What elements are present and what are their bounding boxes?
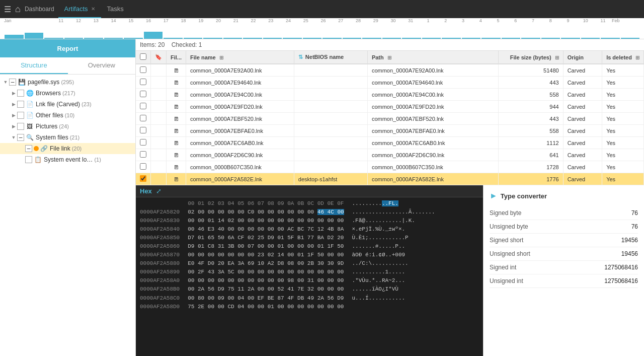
row-checkbox-9[interactable] [140, 175, 146, 182]
home-icon[interactable]: ⌂ [15, 4, 21, 15]
hex-tab[interactable]: Hex [140, 187, 152, 195]
sidebar-tab-structure[interactable]: Structure [0, 57, 68, 74]
row-checkbox-8[interactable] [140, 163, 146, 170]
row-checkbox-cell[interactable] [136, 137, 151, 149]
row-origin: Carved [563, 113, 602, 125]
row-checkbox-cell[interactable] [136, 89, 151, 101]
hex-content[interactable]: 0000AF2A58200000AF2A58300000AF2A58400000… [136, 197, 483, 356]
table-row[interactable]: 🖹 common_0000A7EC6AB0.lnk common_0000A7E… [136, 137, 644, 149]
row-netbios [294, 77, 367, 89]
content-area: Items: 20 Checked: 1 🔖 Fil... File name … [136, 39, 644, 356]
expand-arrow-systemfiles[interactable]: ▼ [10, 135, 17, 140]
file-table-container[interactable]: 🔖 Fil... File name ⊞ ⇅ NetBIOS name Path… [136, 51, 644, 185]
table-row[interactable]: 🖹 common_0000A7EBF520.lnk common_0000A7E… [136, 113, 644, 125]
row-bookmark-cell[interactable] [151, 77, 167, 89]
checkbox-systemevent[interactable] [25, 156, 32, 163]
file-icon: 🖹 [174, 116, 179, 122]
row-checkbox-cell[interactable] [136, 125, 151, 137]
checkbox-browsers[interactable] [17, 90, 24, 97]
checkbox-pictures[interactable] [17, 123, 24, 130]
checkbox-filelink[interactable]: – [25, 145, 32, 152]
select-all-checkbox[interactable] [140, 53, 146, 60]
row-bookmark-cell[interactable] [151, 161, 167, 173]
table-row[interactable]: 🖹 common_0000A7E94C00.lnk common_0000A7E… [136, 89, 644, 101]
row-bookmark-cell[interactable] [151, 64, 167, 77]
tab-artifacts[interactable]: Artifacts ✕ [58, 0, 101, 18]
row-checkbox-2[interactable] [140, 91, 146, 97]
expand-arrow-pictures[interactable]: ▶ [10, 124, 17, 129]
type-label: Unsigned short [490, 250, 530, 257]
hex-bytes-row: 00 2A 56 D9 75 11 2A 00 00 52 41 7E 32 0… [188, 285, 352, 294]
row-path: common_0000A7E94640.lnk [367, 77, 498, 89]
row-checkbox-4[interactable] [140, 115, 146, 121]
col-header-bookmark: 🔖 [151, 51, 167, 64]
tree-item-otherfiles[interactable]: ▶📄Other files(10) [0, 110, 135, 121]
table-row[interactable]: 🖹 common_0000AF2A582E.lnk desktop-s1ahfs… [136, 173, 644, 185]
table-row[interactable]: 🖹 common_0000A7E9FD20.lnk common_0000A7E… [136, 101, 644, 113]
hex-byte: 00 [237, 209, 248, 215]
row-checkbox-cell[interactable] [136, 173, 151, 185]
table-row[interactable]: 🖹 common_0000A7EBFAE0.lnk common_0000A7E… [136, 125, 644, 137]
row-netbios [294, 137, 367, 149]
filename-filter-icon[interactable]: ⊞ [219, 55, 223, 60]
expand-arrow-browsers[interactable]: ▶ [10, 91, 17, 96]
hex-byte: 00 [258, 209, 268, 215]
hex-byte: 00 [227, 209, 237, 215]
checkbox-systemfiles[interactable]: – [17, 134, 24, 141]
sidebar-tab-overview[interactable]: Overview [68, 57, 136, 74]
tree-item-systemevent[interactable]: 📋System event lo…(1) [0, 154, 135, 165]
row-checkbox-cell[interactable] [136, 101, 151, 113]
tab-tasks[interactable]: Tasks [101, 0, 130, 18]
filesize-filter-icon[interactable]: ⊞ [555, 55, 559, 60]
row-checkbox-cell[interactable] [136, 113, 151, 125]
row-checkbox-7[interactable] [140, 151, 146, 158]
tree-label-systemevent: System event lo… [44, 156, 93, 163]
checkbox-pagefile[interactable]: – [9, 79, 16, 86]
table-row[interactable]: 🖹 common_0000B607C350.lnk common_0000B60… [136, 161, 644, 173]
row-bookmark-cell[interactable] [151, 101, 167, 113]
row-bookmark-cell[interactable] [151, 125, 167, 137]
table-row[interactable]: 🖹 common_0000A7E92A00.lnk common_0000A7E… [136, 64, 644, 77]
hex-ascii-row: ×.ePjÏ.%Ù._±wº×. [352, 225, 435, 234]
row-checkbox-cell[interactable] [136, 77, 151, 89]
row-checkbox-1[interactable] [140, 79, 146, 85]
col-header-netbios: ⇅ NetBIOS name [294, 51, 367, 64]
row-bookmark-cell[interactable] [151, 137, 167, 149]
row-checkbox-cell[interactable] [136, 161, 151, 173]
row-checkbox-cell[interactable] [136, 64, 151, 77]
row-checkbox-5[interactable] [140, 127, 146, 133]
expand-arrow-otherfiles[interactable]: ▶ [10, 113, 17, 118]
external-link-icon[interactable]: ⤢ [156, 187, 162, 195]
dashboard-tab[interactable]: Dashboard [25, 6, 54, 13]
path-filter-icon[interactable]: ⊞ [387, 55, 391, 60]
row-netbios [294, 125, 367, 137]
row-bookmark-cell[interactable] [151, 89, 167, 101]
row-origin: Carved [563, 89, 602, 101]
tab-artifacts-close[interactable]: ✕ [91, 6, 95, 12]
checkbox-lnk[interactable] [17, 101, 24, 108]
tree-item-pagefile[interactable]: ▼–💾pagefile.sys(295) [0, 77, 135, 88]
type-label: Unsigned int [490, 277, 523, 284]
tree-item-browsers[interactable]: ▶🌐Browsers(217) [0, 88, 135, 99]
row-checkbox-6[interactable] [140, 139, 146, 146]
table-row[interactable]: 🖹 common_0000A7E94640.lnk common_0000A7E… [136, 77, 644, 89]
tree-item-filelink[interactable]: –🔗File link(20) [0, 143, 135, 154]
tree-item-systemfiles[interactable]: ▼–🔍System files(21) [0, 132, 135, 143]
table-row[interactable]: 🖹 common_0000AF2D6C90.lnk common_0000AF2… [136, 149, 644, 161]
row-checkbox-cell[interactable] [136, 149, 151, 161]
report-button[interactable]: Report [0, 39, 135, 57]
menu-icon[interactable]: ☰ [4, 5, 11, 14]
type-value: 19456 [621, 250, 638, 257]
isdeleted-filter-icon[interactable]: ⊞ [635, 55, 639, 60]
row-checkbox-0[interactable] [140, 66, 146, 73]
hex-bytes-row: 00 00 00 00 00 00 00 23 02 14 00 01 1F 5… [188, 251, 352, 259]
row-checkbox-3[interactable] [140, 103, 146, 109]
row-bookmark-cell[interactable] [151, 149, 167, 161]
expand-arrow-lnk[interactable]: ▶ [10, 102, 17, 107]
tree-item-pictures[interactable]: ▶🖼Pictures(24) [0, 121, 135, 132]
row-bookmark-cell[interactable] [151, 113, 167, 125]
checkbox-otherfiles[interactable] [17, 112, 24, 119]
tree-item-lnk[interactable]: ▶📄Lnk file (Carved)(23) [0, 99, 135, 110]
row-bookmark-cell[interactable] [151, 173, 167, 185]
expand-arrow-pagefile[interactable]: ▼ [2, 80, 9, 85]
